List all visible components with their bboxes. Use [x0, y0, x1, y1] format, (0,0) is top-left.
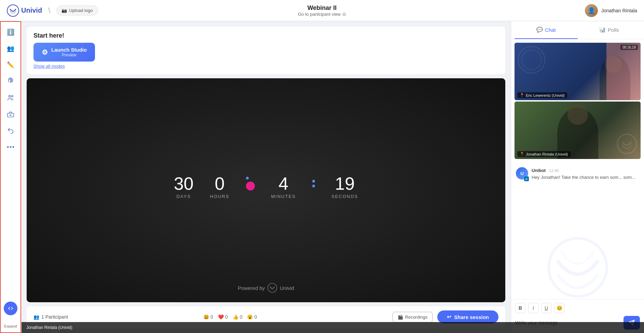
bold-button[interactable]: B [515, 303, 525, 313]
webinar-title: Webinar II [298, 4, 346, 12]
camera-icon: 📷 [61, 8, 67, 13]
avatar: 👤 [585, 4, 598, 17]
right-panel: 💬 Chat 📊 Polls [511, 21, 644, 333]
user-name-label: Jonathan Rintala [601, 8, 637, 13]
video-container: + 30 DAYS 0 HOURS [27, 78, 505, 302]
sidebar-item-share[interactable] [4, 124, 17, 137]
format-bar: B I U 😊 [515, 303, 640, 313]
svg-point-1 [9, 95, 11, 97]
bottom-user-label: Jonathan Rintala (Univid) [26, 325, 72, 330]
expand-label: Expand [4, 324, 17, 328]
participants-icon: 👥 [33, 314, 39, 320]
content-area: Start here! ⚙ Launch Studio Preview Show… [21, 21, 511, 333]
unibot-avatar-wrapper: U in [516, 167, 528, 181]
bottom-actions: 🎬 Recordings ↩ Share session [393, 310, 498, 323]
expand-button[interactable] [4, 302, 17, 315]
linkedin-badge: in [524, 176, 529, 181]
sidebar-item-audience[interactable]: 👥 [4, 42, 17, 55]
sidebar-item-more[interactable] [4, 140, 17, 154]
video-thumb-eric: 00:16,18 📍 Eric Lewerentz (Univid) [515, 43, 641, 100]
svg-point-2 [11, 95, 13, 97]
thumb2-label: 📍 Jonathan Rintala (Univid) [517, 151, 571, 157]
countdown: 30 DAYS 0 HOURS 4 [174, 175, 358, 199]
chat-message-content: Unibot 12:40 Hey Jonathan! Take the chan… [532, 167, 639, 181]
chat-message-unibot: U in Unibot 12:40 Hey Jonathan! Take the… [516, 167, 639, 181]
participant-view-link[interactable]: Go to participant view ⊙ [298, 12, 346, 17]
start-here-title: Start here! [33, 32, 129, 39]
divider: \ [48, 6, 50, 15]
powered-by: Powered by Univid [238, 283, 294, 293]
panel-tabs: 💬 Chat 📊 Polls [511, 21, 644, 39]
launch-studio-button[interactable]: ⚙ Launch Studio Preview [33, 43, 95, 62]
upload-logo-button[interactable]: 📷 Upload logo [56, 5, 98, 15]
chat-tab-icon: 💬 [536, 27, 543, 33]
nav-center: Webinar II Go to participant view ⊙ [298, 4, 346, 17]
tab-chat[interactable]: 💬 Chat [515, 21, 578, 39]
sidebar-item-briefcase[interactable] [4, 107, 17, 121]
left-sidebar: ℹ️ 👥 ✏️ [0, 21, 21, 333]
chat-sender: Unibot [532, 168, 546, 173]
recordings-icon: 🎬 [398, 315, 403, 320]
sidebar-item-edit[interactable]: ✏️ [4, 58, 17, 72]
nav-right: 👤 Jonathan Rintala [585, 4, 637, 17]
underline-button[interactable]: U [541, 303, 551, 313]
polls-tab-icon: 📊 [599, 27, 606, 33]
svg-point-0 [7, 5, 19, 16]
chat-bg-decoration [511, 236, 644, 299]
countdown-days: 30 DAYS [174, 175, 194, 199]
svg-point-11 [549, 238, 607, 296]
emoji-button[interactable]: 😊 [554, 303, 564, 313]
video-section: + 30 DAYS 0 HOURS [27, 78, 505, 328]
svg-point-8 [13, 146, 14, 148]
countdown-separator-1 [246, 177, 255, 197]
pin-icon: 📍 [520, 93, 524, 97]
top-nav: Univid \ 📷 Upload logo Webinar II Go to … [0, 0, 644, 21]
recordings-button[interactable]: 🎬 Recordings [393, 312, 433, 322]
italic-button[interactable]: I [528, 303, 538, 313]
start-panel-left: Start here! ⚙ Launch Studio Preview Show… [33, 32, 129, 69]
reaction-heart: ❤️ 0 [218, 314, 228, 320]
tab-polls[interactable]: 📊 Polls [578, 21, 641, 39]
main-layout: ℹ️ 👥 ✏️ [0, 21, 644, 333]
video-thumbnails: 00:16,18 📍 Eric Lewerentz (Univid) [511, 39, 644, 162]
pin-icon-2: 📍 [520, 152, 524, 156]
countdown-hours: 0 HOURS [210, 175, 230, 199]
launch-btn-text: Launch Studio Preview [51, 47, 87, 57]
svg-point-7 [10, 146, 12, 148]
sidebar-item-people[interactable] [4, 91, 17, 105]
countdown-minutes: 4 MINUTES [271, 175, 296, 199]
logo-text: Univid [21, 6, 42, 14]
countdown-seconds: 19 SECONDS [331, 175, 358, 199]
chat-text: Hey Jonathan! Take the chance to earn so… [532, 174, 639, 181]
studio-icon: ⚙ [42, 48, 48, 56]
external-link-icon: ⊙ [342, 12, 346, 17]
video-thumb-jonathan: 📍 Jonathan Rintala (Univid) [515, 102, 641, 159]
chat-area: U in Unibot 12:40 Hey Jonathan! Take the… [511, 162, 644, 236]
svg-point-10 [617, 134, 637, 154]
video-overlay: 30 DAYS 0 HOURS 4 [27, 78, 505, 302]
reaction-thumbsup: 👍 0 [233, 314, 243, 320]
bottom-user-bar: Jonathan Rintala (Univid) [22, 322, 644, 333]
sidebar-item-fingerprint[interactable] [4, 75, 17, 88]
share-icon: ↩ [447, 314, 451, 320]
reaction-wow: 😮 0 [247, 314, 257, 320]
start-panel: Start here! ⚙ Launch Studio Preview Show… [27, 27, 505, 74]
sidebar-item-info[interactable]: ℹ️ [4, 25, 17, 39]
participant-count: 👥 1 Participant [33, 314, 68, 320]
reactions-row: 😃 0 ❤️ 0 👍 0 😮 0 [203, 314, 257, 320]
countdown-separator-2 [312, 180, 315, 194]
chat-time: 12:40 [549, 169, 559, 173]
reaction-smile: 😃 0 [203, 314, 213, 320]
svg-point-9 [268, 283, 277, 292]
svg-point-6 [7, 146, 9, 148]
show-all-modes-link[interactable]: Show all modes [33, 64, 129, 69]
thumb1-timer: 00:16,18 [620, 45, 638, 50]
thumb1-label: 📍 Eric Lewerentz (Univid) [517, 92, 567, 98]
share-session-button[interactable]: ↩ Share session [437, 310, 498, 323]
nav-left: Univid \ 📷 Upload logo [7, 4, 98, 17]
logo[interactable]: Univid [7, 4, 42, 17]
